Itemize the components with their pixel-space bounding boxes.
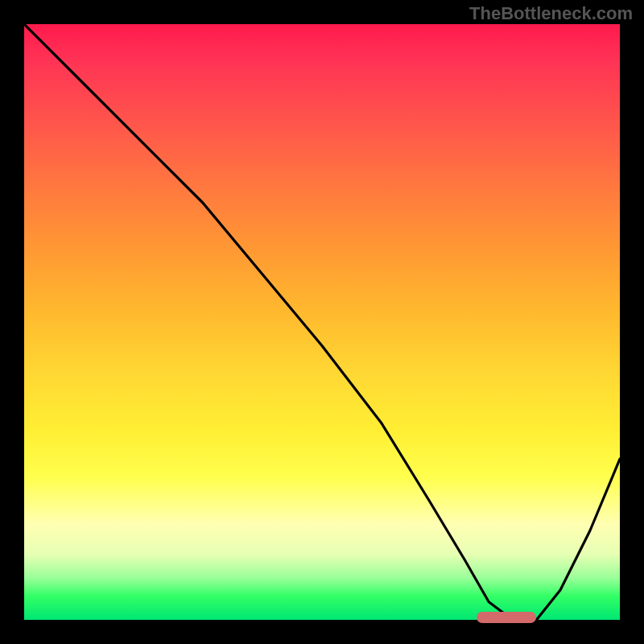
chart-plot-area xyxy=(24,24,620,620)
optimal-range-marker xyxy=(477,612,536,623)
watermark-text: TheBottleneck.com xyxy=(469,3,633,24)
bottleneck-curve xyxy=(24,24,620,620)
